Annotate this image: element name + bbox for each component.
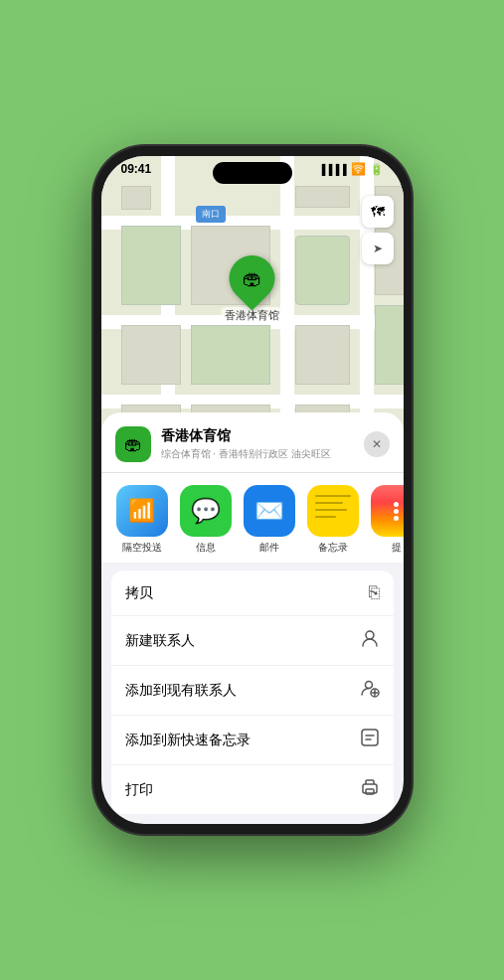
print-icon: [360, 777, 380, 802]
location-button[interactable]: ➤: [362, 233, 394, 264]
share-item-messages[interactable]: 💬 信息: [177, 485, 235, 555]
notes-icon: [307, 485, 359, 537]
new-contact-label: 新建联系人: [125, 632, 195, 650]
share-item-airdrop[interactable]: 📶 隔空投送: [113, 485, 171, 555]
status-icons: ▐▐▐▐ 🛜 🔋: [318, 162, 383, 176]
svg-rect-9: [366, 789, 374, 794]
location-icon: ➤: [373, 242, 383, 255]
venue-icon-symbol: 🏟: [124, 434, 142, 455]
venue-icon: 🏟: [115, 426, 151, 462]
airdrop-label: 隔空投送: [122, 541, 162, 555]
action-print[interactable]: 打印: [111, 765, 394, 814]
action-add-notes[interactable]: 添加到新快速备忘录: [111, 716, 394, 765]
mail-icon: ✉️: [244, 485, 295, 537]
phone-screen: 09:41 ▐▐▐▐ 🛜 🔋: [101, 156, 404, 824]
bottom-sheet: 🏟 香港体育馆 综合体育馆 · 香港特别行政区 油尖旺区 ✕ 📶 隔空投送: [101, 412, 404, 824]
add-notes-label: 添加到新快速备忘录: [125, 732, 251, 749]
pin-circle: 🏟: [220, 245, 284, 310]
pin-venue-icon: 🏟: [243, 267, 262, 290]
mail-label: 邮件: [259, 541, 279, 555]
action-new-contact[interactable]: 新建联系人: [111, 616, 394, 666]
share-item-notes[interactable]: 备忘录: [304, 485, 362, 555]
copy-icon: ⎘: [369, 582, 380, 603]
share-item-mail[interactable]: ✉️ 邮件: [241, 485, 298, 555]
signal-icon: ▐▐▐▐: [318, 164, 346, 175]
map-icon: 🗺: [371, 204, 385, 220]
share-row: 📶 隔空投送 💬 信息 ✉️ 邮件: [101, 473, 404, 563]
phone-frame: 09:41 ▐▐▐▐ 🛜 🔋: [93, 146, 412, 834]
add-notes-icon: [360, 728, 380, 752]
airdrop-icon: 📶: [116, 485, 168, 537]
map-controls: 🗺 ➤: [362, 196, 394, 264]
new-contact-icon: [360, 628, 380, 653]
location-pin: 🏟 香港体育馆: [221, 255, 283, 324]
action-add-existing[interactable]: 添加到现有联系人: [111, 666, 394, 716]
action-list: 拷贝 ⎘ 新建联系人 添加到现有联系人: [111, 571, 394, 814]
copy-label: 拷贝: [125, 584, 153, 602]
map-nankou-label: 南口: [196, 206, 226, 223]
venue-header: 🏟 香港体育馆 综合体育馆 · 香港特别行政区 油尖旺区 ✕: [101, 412, 404, 473]
notes-label: 备忘录: [318, 541, 348, 555]
messages-icon: 💬: [180, 485, 232, 537]
svg-point-1: [365, 682, 372, 689]
print-label: 打印: [125, 781, 153, 799]
add-existing-label: 添加到现有联系人: [125, 682, 237, 700]
action-copy[interactable]: 拷贝 ⎘: [111, 571, 394, 616]
dynamic-island: [213, 162, 292, 184]
svg-rect-5: [362, 730, 378, 745]
venue-name: 香港体育馆: [161, 427, 354, 445]
messages-label: 信息: [196, 541, 216, 555]
svg-point-0: [366, 631, 374, 639]
map-view-button[interactable]: 🗺: [362, 196, 394, 228]
close-button[interactable]: ✕: [364, 431, 390, 457]
status-time: 09:41: [121, 162, 152, 176]
share-item-more[interactable]: 提: [368, 485, 404, 555]
venue-info: 香港体育馆 综合体育馆 · 香港特别行政区 油尖旺区: [161, 427, 354, 461]
close-icon: ✕: [372, 437, 382, 451]
add-existing-icon: [360, 678, 380, 703]
wifi-icon: 🛜: [351, 162, 366, 176]
more-icon: [371, 485, 404, 537]
more-label: 提: [392, 541, 402, 555]
venue-subtitle: 综合体育馆 · 香港特别行政区 油尖旺区: [161, 447, 354, 461]
battery-icon: 🔋: [370, 163, 384, 176]
